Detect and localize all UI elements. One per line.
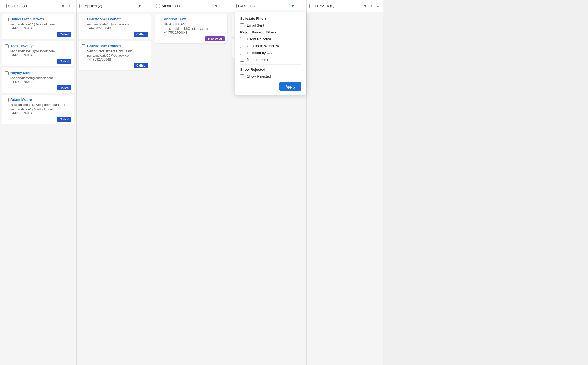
column-select-all-cv_sent[interactable] bbox=[233, 4, 237, 8]
card-header: Tom Llewellyn bbox=[5, 44, 71, 48]
candidate-card: Adam MooreNew Business Development Manag… bbox=[2, 95, 74, 124]
candidate-email: rec.candidate8@outlook.com bbox=[5, 76, 71, 80]
dropdown-divider bbox=[240, 64, 301, 65]
filter-button-interview[interactable] bbox=[362, 4, 368, 8]
candidate-phone: +447532760848 bbox=[82, 26, 148, 30]
card-header: Hayley Merrill bbox=[5, 71, 71, 75]
column-select-all-applied[interactable] bbox=[79, 4, 83, 8]
candidate-email: rec.candidate1@outlook.com bbox=[5, 107, 71, 111]
column-title-sourced: Sourced (4) bbox=[8, 4, 58, 8]
candidate-card: Hayley Merrillrec.candidate8@outlook.com… bbox=[2, 68, 74, 93]
reject-filter-checkbox[interactable] bbox=[240, 44, 244, 48]
filter-button-sourced[interactable] bbox=[60, 4, 66, 8]
show-rejected-item[interactable]: Show Rejected bbox=[240, 74, 301, 78]
column-title-shortlist: Shortlist (1) bbox=[162, 4, 212, 8]
column-title-cv_sent: CV Sent (2) bbox=[238, 4, 288, 8]
apply-filter-button[interactable]: Apply bbox=[279, 82, 301, 91]
candidate-name[interactable]: Andrew Levy bbox=[164, 17, 186, 21]
svg-text:↕: ↕ bbox=[222, 4, 223, 8]
candidate-email: rec.candidate18@outlook.com bbox=[158, 27, 225, 31]
reject-filter-item[interactable]: Not Interested bbox=[240, 58, 301, 62]
column-title-applied: Applied (2) bbox=[85, 4, 135, 8]
candidate-select-checkbox[interactable] bbox=[158, 18, 162, 21]
status-badge: Called bbox=[57, 117, 71, 122]
candidate-name[interactable]: Christopher Barnett bbox=[87, 17, 121, 21]
candidate-phone: +447532760848 bbox=[82, 58, 148, 61]
candidate-select-checkbox[interactable] bbox=[5, 98, 9, 102]
candidate-phone: +447532760848 bbox=[5, 80, 71, 84]
substate-filter-label: Email Sent bbox=[247, 23, 264, 27]
reject-filter-label: Rejected by US bbox=[247, 51, 272, 55]
substate-filter-item[interactable]: Email Sent bbox=[240, 23, 301, 27]
column-interview: Interview (0)↕✓ bbox=[307, 0, 383, 365]
reject-filter-checkbox[interactable] bbox=[240, 37, 244, 41]
candidate-name[interactable]: Christopher Rhodes bbox=[87, 44, 121, 48]
reject-filter-item[interactable]: Rejected by US bbox=[240, 51, 301, 55]
candidate-job-title: New Business Development Manager bbox=[5, 103, 71, 107]
column-select-all-shortlist[interactable] bbox=[156, 4, 160, 8]
badge-row: Called bbox=[5, 59, 71, 64]
badge-row: Called bbox=[5, 32, 71, 37]
status-badge: Called bbox=[57, 85, 71, 90]
candidate-select-checkbox[interactable] bbox=[82, 18, 85, 21]
candidate-name[interactable]: Hayley Merrill bbox=[10, 71, 34, 75]
column-header-cv_sent: CV Sent (2)↕ bbox=[230, 0, 306, 12]
kanban-board: Sourced (4)↕Daniel Owen Brownrec.candida… bbox=[0, 0, 588, 365]
filter-button-applied[interactable] bbox=[137, 4, 143, 8]
candidate-job-title: HR ASSISTANT bbox=[158, 22, 225, 26]
sort-button-applied[interactable]: ↕ bbox=[144, 4, 150, 8]
card-header: Daniel Owen Brown bbox=[5, 17, 71, 21]
show-rejected-checkbox[interactable] bbox=[240, 74, 244, 78]
column-cv_sent: CV Sent (2)↕BRO...Web De...rec.can...075… bbox=[230, 0, 307, 365]
reject-filter-item[interactable]: Candidate Withdrew bbox=[240, 44, 301, 48]
column-body-sourced: Daniel Owen Brownrec.candidate11@outlook… bbox=[0, 12, 76, 365]
reject-filter-label: Client Rejected bbox=[247, 37, 271, 41]
candidate-select-checkbox[interactable] bbox=[5, 18, 9, 21]
interview-active-icon: ✓ bbox=[377, 4, 380, 8]
badge-row: Called bbox=[5, 117, 71, 122]
candidate-job-title: Senior Recruitment Consultant bbox=[82, 49, 148, 53]
candidate-email: rec.candidate13@outlook.com bbox=[5, 49, 71, 53]
sort-button-cv_sent[interactable]: ↕ bbox=[298, 4, 304, 8]
candidate-phone: +447532760848 bbox=[158, 31, 225, 35]
column-header-applied: Applied (2)↕ bbox=[77, 0, 153, 12]
status-badge: Called bbox=[57, 59, 71, 64]
candidate-select-checkbox[interactable] bbox=[82, 44, 85, 48]
sort-button-interview[interactable]: ↕ bbox=[370, 4, 376, 8]
substate-filter-checkbox[interactable] bbox=[240, 23, 244, 27]
sort-button-shortlist[interactable]: ↕ bbox=[221, 4, 227, 8]
sort-button-sourced[interactable]: ↕ bbox=[68, 4, 74, 8]
candidate-phone: +447532760848 bbox=[5, 111, 71, 115]
column-body-interview bbox=[307, 12, 383, 365]
reject-filter-label: Not Interested bbox=[247, 58, 269, 62]
column-header-interview: Interview (0)↕✓ bbox=[307, 0, 383, 12]
filter-button-shortlist[interactable] bbox=[213, 4, 219, 8]
candidate-name[interactable]: Tom Llewellyn bbox=[10, 44, 35, 48]
candidate-phone: +447532760848 bbox=[5, 26, 71, 30]
column-select-all-sourced[interactable] bbox=[3, 4, 7, 8]
card-header: Christopher Barnett bbox=[82, 17, 148, 21]
filter-button-cv_sent[interactable] bbox=[290, 4, 296, 8]
candidate-select-checkbox[interactable] bbox=[5, 71, 9, 75]
card-header: Adam Moore bbox=[5, 98, 71, 102]
reject-filter-item[interactable]: Client Rejected bbox=[240, 37, 301, 41]
reject-filter-checkbox[interactable] bbox=[240, 58, 244, 62]
card-header: Andrew Levy bbox=[158, 17, 225, 21]
reject-filter-checkbox[interactable] bbox=[240, 51, 244, 55]
column-title-interview: Interview (0) bbox=[315, 4, 361, 8]
candidate-select-checkbox[interactable] bbox=[5, 44, 9, 48]
badge-row: Reviewed bbox=[158, 36, 225, 41]
svg-text:↕: ↕ bbox=[371, 4, 372, 8]
badge-row: Called bbox=[5, 85, 71, 90]
candidate-email: rec.candidate11@outlook.com bbox=[5, 22, 71, 26]
status-badge: Called bbox=[134, 63, 148, 68]
column-shortlist: Shortlist (1)↕Andrew LevyHR ASSISTANTrec… bbox=[153, 0, 230, 365]
column-sourced: Sourced (4)↕Daniel Owen Brownrec.candida… bbox=[0, 0, 77, 365]
show-rejected-label: Show Rejected bbox=[247, 74, 271, 78]
column-select-all-interview[interactable] bbox=[309, 4, 313, 8]
candidate-phone: +447532760848 bbox=[5, 53, 71, 57]
status-badge: Reviewed bbox=[205, 36, 225, 41]
candidate-name[interactable]: Daniel Owen Brown bbox=[10, 17, 44, 21]
candidate-name[interactable]: Adam Moore bbox=[10, 98, 32, 102]
reject-filters-title: Reject Reason Filters bbox=[240, 30, 301, 34]
